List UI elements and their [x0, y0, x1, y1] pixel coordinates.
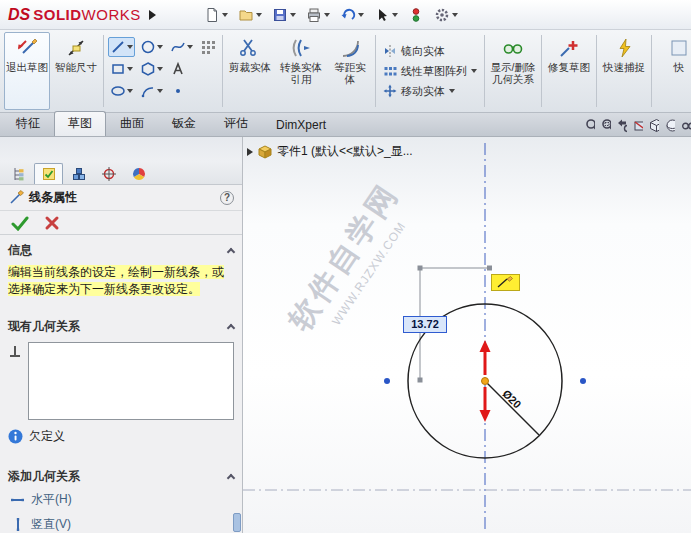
tab-sketch[interactable]: 草图: [54, 111, 106, 136]
ribbon-separator: [103, 35, 104, 107]
options-button[interactable]: [430, 5, 462, 25]
property-manager-tab[interactable]: [34, 163, 63, 184]
add-vertical-label: 竖直(V): [31, 516, 71, 533]
right-endpoint[interactable]: [580, 378, 586, 384]
feature-manager-tab[interactable]: [4, 163, 33, 184]
sketch-canvas[interactable]: [243, 137, 691, 533]
chevron-down-icon: [471, 69, 477, 73]
zoom-fit-icon[interactable]: [585, 118, 595, 133]
convert-entities-icon: [290, 37, 312, 59]
open-document-button[interactable]: [234, 5, 266, 25]
hide-show-items-icon[interactable]: [681, 118, 691, 133]
tab-features[interactable]: 特征: [2, 111, 54, 136]
overflow-tool-icon: [668, 37, 690, 59]
repair-sketch-button[interactable]: 修复草图: [546, 32, 592, 110]
arc-tool[interactable]: [138, 81, 165, 101]
overflow-ribbon-button[interactable]: 快: [656, 32, 691, 110]
trim-entities-button[interactable]: 剪裁实体: [227, 32, 273, 110]
collapse-chevron-icon: [227, 323, 235, 331]
line-tool[interactable]: [108, 37, 135, 57]
point-tool[interactable]: [168, 81, 188, 101]
ellipse-tool[interactable]: [108, 81, 135, 101]
help-icon[interactable]: ?: [220, 191, 234, 205]
tab-surfaces[interactable]: 曲面: [106, 111, 158, 136]
chevron-down-icon: [452, 13, 458, 17]
view-orientation-icon[interactable]: [649, 118, 659, 133]
graphics-viewport[interactable]: 软件自学网 WWW.RJZXW.COM: [243, 137, 691, 533]
display-manager-tab[interactable]: [124, 163, 153, 184]
configuration-manager-tab[interactable]: [64, 163, 93, 184]
tab-evaluate[interactable]: 评估: [210, 111, 262, 136]
breadcrumb[interactable]: 零件1 (默认<<默认>_显...: [247, 143, 413, 160]
offset-entities-button[interactable]: 等距实体: [329, 32, 371, 110]
display-relations-button[interactable]: 显示/删除几何关系: [489, 32, 537, 110]
move-entities-button[interactable]: 移动实体: [383, 84, 477, 99]
circle-tool[interactable]: [138, 37, 165, 57]
rectangle-tool[interactable]: [108, 59, 135, 79]
menu-expand-icon[interactable]: [149, 10, 156, 20]
chevron-down-icon: [392, 13, 398, 17]
display-style-icon[interactable]: [665, 118, 675, 133]
collapse-chevron-icon: [227, 473, 235, 481]
target-icon: [101, 166, 117, 182]
dimxpert-manager-tab[interactable]: [94, 163, 123, 184]
panel-title: 线条属性: [29, 189, 77, 206]
vertical-relation-icon: [10, 517, 25, 532]
repair-sketch-icon: [558, 37, 580, 59]
flyout-tree-arrow-icon[interactable]: [247, 148, 253, 156]
polygon-tool[interactable]: [138, 59, 165, 79]
quick-snaps-button[interactable]: 快速捕捉: [601, 32, 647, 110]
display-status-button[interactable]: [404, 5, 428, 25]
dimension-handle[interactable]: [418, 378, 423, 383]
offset-entities-icon: [339, 37, 361, 59]
tab-dimxpert[interactable]: DimXpert: [262, 114, 340, 136]
convert-entities-button[interactable]: 转换实体引用: [276, 32, 326, 110]
relations-listbox[interactable]: [28, 342, 234, 420]
ok-check-button[interactable]: [10, 215, 30, 231]
linear-pattern-button[interactable]: 线性草图阵列: [383, 64, 477, 79]
add-relations-header[interactable]: 添加几何关系: [0, 465, 242, 487]
save-button[interactable]: [268, 5, 300, 25]
exit-sketch-button[interactable]: 退出草图: [4, 32, 50, 110]
tab-sheet-metal[interactable]: 钣金: [158, 111, 210, 136]
info-section-header[interactable]: 信息: [0, 239, 242, 261]
left-endpoint[interactable]: [384, 378, 390, 384]
circle-center-point[interactable]: [482, 378, 489, 385]
move-icon: [383, 84, 397, 98]
undo-button[interactable]: [336, 5, 368, 25]
dimension-handle[interactable]: [418, 266, 423, 271]
smart-dimension-button[interactable]: 智能尺寸: [53, 32, 99, 110]
cancel-x-button[interactable]: [44, 215, 60, 231]
dimension-handle[interactable]: [487, 266, 492, 271]
new-document-button[interactable]: [200, 5, 232, 25]
panel-action-row: [0, 211, 242, 235]
spline-tool[interactable]: [168, 37, 195, 57]
linear-pattern-label: 线性草图阵列: [401, 64, 467, 79]
drag-arrow-up-head[interactable]: [480, 340, 491, 352]
add-vertical-relation[interactable]: 竖直(V): [0, 512, 242, 533]
chevron-down-icon: [449, 89, 455, 93]
definition-status: 欠定义: [29, 428, 65, 445]
chevron-down-icon: [157, 67, 163, 71]
text-tool[interactable]: [168, 59, 188, 79]
select-tool-button[interactable]: [370, 5, 402, 25]
sketch-pattern-tool[interactable]: [198, 37, 218, 57]
panel-scrollbar-thumb[interactable]: [233, 513, 241, 532]
pattern-tools-group: 镜向实体 线性草图阵列 移动实体: [380, 32, 480, 110]
info-circle-icon: [8, 429, 23, 444]
previous-view-icon[interactable]: [617, 118, 627, 133]
existing-relations-header[interactable]: 现有几何关系: [0, 315, 242, 337]
logo-solid-text: SOLID: [33, 6, 81, 23]
print-button[interactable]: [302, 5, 334, 25]
add-horizontal-relation[interactable]: 水平(H): [0, 487, 242, 512]
dimension-value-box[interactable]: 13.72: [403, 316, 447, 333]
mirror-entities-button[interactable]: 镜向实体: [383, 44, 477, 59]
section-view-icon[interactable]: [633, 118, 643, 133]
main-area: 线条属性 ? 信息 编辑当前线条的设定，绘制一新线条，或 选择确定来为下一新线条…: [0, 137, 691, 533]
logo-works-text: WORKS: [82, 6, 141, 23]
drag-arrow-down-head[interactable]: [480, 410, 491, 422]
gear-icon: [434, 7, 450, 23]
heads-up-view-toolbar: [585, 118, 691, 136]
zoom-area-icon[interactable]: [601, 118, 611, 133]
solidworks-logo: DS SOLID WORKS: [8, 6, 156, 24]
